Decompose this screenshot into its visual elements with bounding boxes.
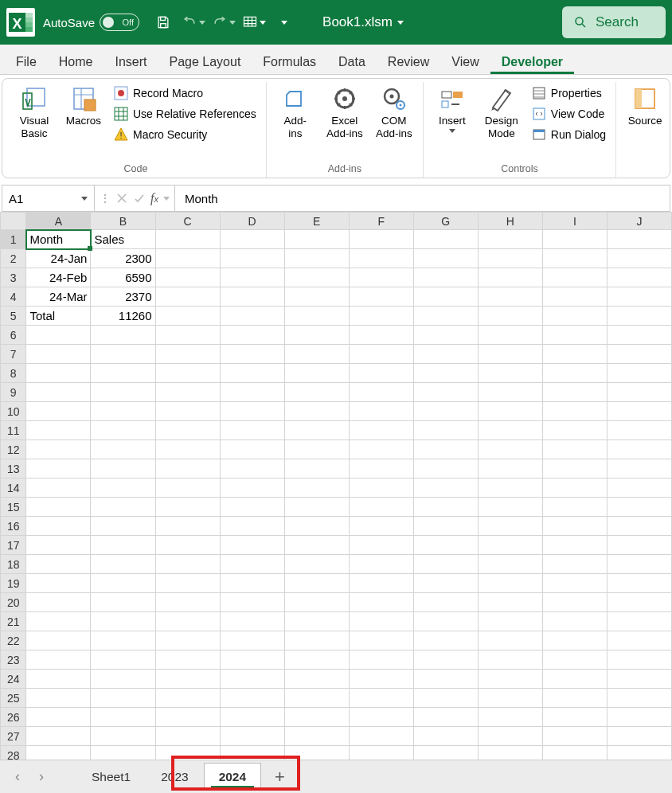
cell-F23[interactable] (349, 650, 413, 670)
cell-E27[interactable] (284, 727, 349, 746)
cell-G20[interactable] (413, 593, 478, 612)
run-dialog-button[interactable]: Run Dialog (527, 125, 611, 144)
sheet-tab-2023[interactable]: 2023 (146, 763, 203, 791)
cell-I9[interactable] (542, 383, 607, 402)
cell-J7[interactable] (607, 345, 671, 364)
cell-D11[interactable] (220, 421, 284, 440)
cell-E20[interactable] (284, 593, 349, 612)
row-header-26[interactable]: 26 (1, 708, 26, 727)
row-header-21[interactable]: 21 (1, 612, 26, 631)
cell-I1[interactable] (542, 230, 607, 249)
cell-I5[interactable] (542, 307, 607, 326)
cell-D12[interactable] (220, 440, 284, 459)
col-header-J[interactable]: J (607, 213, 671, 230)
cell-B18[interactable] (91, 555, 155, 574)
cell-B14[interactable] (91, 479, 155, 498)
cell-G22[interactable] (413, 631, 478, 650)
col-header-I[interactable]: I (542, 213, 607, 230)
cell-D23[interactable] (220, 650, 284, 670)
cell-B1[interactable]: Sales (91, 230, 155, 249)
cell-C1[interactable] (155, 230, 220, 249)
cell-E8[interactable] (284, 364, 349, 383)
cell-C7[interactable] (155, 345, 220, 364)
cell-G19[interactable] (413, 574, 478, 593)
cell-G12[interactable] (413, 440, 478, 459)
cell-E22[interactable] (284, 631, 349, 650)
cell-F24[interactable] (349, 670, 413, 689)
cell-H3[interactable] (478, 268, 542, 287)
row-header-19[interactable]: 19 (1, 574, 26, 593)
tab-view[interactable]: View (440, 50, 490, 74)
cell-A16[interactable] (26, 517, 91, 536)
cell-G21[interactable] (413, 612, 478, 631)
cell-F2[interactable] (349, 249, 413, 268)
cell-B9[interactable] (91, 383, 155, 402)
cell-G24[interactable] (413, 670, 478, 689)
cell-E11[interactable] (284, 421, 349, 440)
cell-A25[interactable] (26, 689, 91, 708)
cell-E19[interactable] (284, 574, 349, 593)
save-button[interactable] (150, 10, 176, 35)
cell-J23[interactable] (607, 650, 671, 670)
row-header-14[interactable]: 14 (1, 479, 26, 498)
cell-H8[interactable] (478, 364, 542, 383)
row-header-20[interactable]: 20 (1, 593, 26, 612)
cell-J16[interactable] (607, 517, 671, 536)
cell-A27[interactable] (26, 727, 91, 746)
cell-C20[interactable] (155, 593, 220, 612)
cell-B24[interactable] (91, 670, 155, 689)
cell-G16[interactable] (413, 517, 478, 536)
row-header-15[interactable]: 15 (1, 498, 26, 517)
cell-I13[interactable] (542, 459, 607, 479)
cell-C19[interactable] (155, 574, 220, 593)
cell-B6[interactable] (91, 326, 155, 345)
cell-C26[interactable] (155, 708, 220, 727)
cell-D1[interactable] (220, 230, 284, 249)
cell-A8[interactable] (26, 364, 91, 383)
cell-C3[interactable] (155, 268, 220, 287)
cell-I21[interactable] (542, 612, 607, 631)
cell-D21[interactable] (220, 612, 284, 631)
cell-G3[interactable] (413, 268, 478, 287)
tab-data[interactable]: Data (327, 50, 377, 74)
cell-C25[interactable] (155, 689, 220, 708)
cell-E7[interactable] (284, 345, 349, 364)
cell-J18[interactable] (607, 555, 671, 574)
cell-H1[interactable] (478, 230, 542, 249)
row-header-24[interactable]: 24 (1, 670, 26, 689)
cell-C11[interactable] (155, 421, 220, 440)
cell-C28[interactable] (155, 746, 220, 760)
cell-H27[interactable] (478, 727, 542, 746)
cell-C22[interactable] (155, 631, 220, 650)
cell-D2[interactable] (220, 249, 284, 268)
sheet-tab-sheet1[interactable]: Sheet1 (76, 763, 146, 791)
cell-F28[interactable] (349, 746, 413, 760)
cell-J15[interactable] (607, 498, 671, 517)
cell-B22[interactable] (91, 631, 155, 650)
row-header-11[interactable]: 11 (1, 421, 26, 440)
cell-J19[interactable] (607, 574, 671, 593)
cell-C23[interactable] (155, 650, 220, 670)
file-name[interactable]: Book1.xlsm (322, 14, 404, 30)
cell-C5[interactable] (155, 307, 220, 326)
cell-G8[interactable] (413, 364, 478, 383)
redo-button[interactable] (211, 10, 236, 35)
cell-I20[interactable] (542, 593, 607, 612)
cell-G27[interactable] (413, 727, 478, 746)
cell-B13[interactable] (91, 459, 155, 479)
search-box[interactable]: Search (562, 6, 666, 38)
cell-I15[interactable] (542, 498, 607, 517)
cell-F5[interactable] (349, 307, 413, 326)
sheet-nav-prev[interactable]: ‹ (6, 768, 29, 785)
cell-D10[interactable] (220, 402, 284, 421)
cell-H2[interactable] (478, 249, 542, 268)
tab-review[interactable]: Review (377, 50, 440, 74)
cell-J5[interactable] (607, 307, 671, 326)
cell-A23[interactable] (26, 650, 91, 670)
row-header-27[interactable]: 27 (1, 727, 26, 746)
tab-page-layout[interactable]: Page Layout (158, 50, 252, 74)
cell-F17[interactable] (349, 536, 413, 555)
cell-H9[interactable] (478, 383, 542, 402)
cell-D13[interactable] (220, 459, 284, 479)
undo-button[interactable] (181, 10, 206, 35)
